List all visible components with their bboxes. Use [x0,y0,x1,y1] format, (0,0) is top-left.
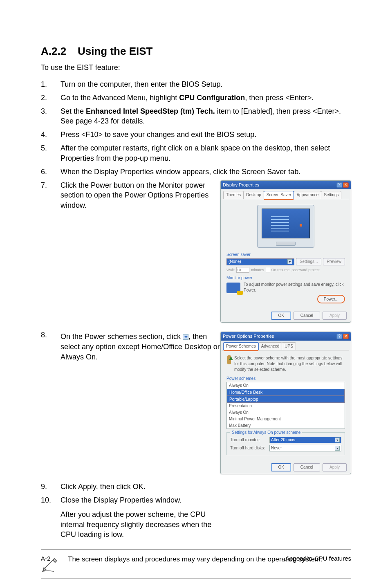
close-icon[interactable]: × [343,334,349,339]
dialog-titlebar: Display Properties ? × [221,181,351,189]
step-6: 6.When the Display Properties window app… [41,167,351,177]
step-8: 8. On the Power schemes section, click ,… [41,330,351,478]
footer-right: Appendix: CPU features [285,555,351,562]
step-2: 2.Go to the Advanced Menu, highlight CPU… [41,93,351,103]
power-schemes-label: Power schemes [226,376,345,382]
tab-appearance[interactable]: Appearance [294,191,321,199]
tab-power-schemes[interactable]: Power Schemes [223,342,259,350]
page-footer: A-2 Appendix: CPU features [41,555,351,562]
tab-themes[interactable]: Themes [223,191,244,199]
heading-title: Using the EIST [78,45,152,57]
chevron-down-icon: ▾ [335,446,340,451]
power-options-dialog: Power Options Properties ? × Power Schem… [220,332,351,474]
turn-off-hd-select[interactable]: Never▾ [269,445,341,451]
lead-text: To use the EIST feature: [41,63,351,72]
step-9: 9.Click Apply, then click OK. [41,482,351,492]
power-button[interactable]: Power... [317,295,345,304]
ok-button[interactable]: OK [271,463,291,471]
close-icon[interactable]: × [343,182,349,188]
heading-number: A.2.2 [41,45,78,58]
step-1: 1.Turn on the computer, then enter the B… [41,79,351,90]
step-3: 3.Set the Enhanced Intel SpeedStep (tm) … [41,106,351,127]
dialog-title: Display Properties [223,182,259,188]
step-10: 10. Close the Display Properties window.… [41,495,351,540]
chevron-down-icon: ▾ [335,438,340,442]
step-7: 7. Click the Power button on the Monitor… [41,180,351,327]
power-schemes-select[interactable]: Always On Home/Office Desk Portable/Lapt… [226,382,345,429]
ok-button[interactable]: OK [271,312,291,320]
tab-advanced[interactable]: Advanced [258,342,282,350]
resume-checkbox[interactable] [266,268,270,272]
tab-desktop[interactable]: Desktop [243,191,264,199]
tab-screensaver[interactable]: Screen Saver [264,191,294,199]
settings-button[interactable]: Settings... [296,258,321,265]
note-block: The screen displays and procedures may v… [41,550,351,579]
display-tabs: Themes Desktop Screen Saver Appearance S… [221,189,351,199]
chevron-down-icon: ▾ [287,259,292,264]
step-4: 4.Press <F10> to save your changes and e… [41,130,351,140]
scheme-settings-group: Settings for Always On power scheme Turn… [226,432,345,455]
dropdown-arrow-icon [183,334,188,340]
apply-button[interactable]: Apply [323,312,347,320]
wait-label: Wait: [226,267,235,273]
preview-button[interactable]: Preview [323,258,345,265]
monitor-power-icon [226,283,240,293]
dialog-title: Power Options Properties [223,333,274,339]
display-properties-dialog: Display Properties ? × Themes Desktop Sc… [220,180,351,323]
power-scheme-info: Select the power scheme with the most ap… [234,355,344,372]
power-scheme-icon [227,355,231,364]
step-5: 5.After the computer restarts, right cli… [41,143,351,164]
tab-ups[interactable]: UPS [282,342,296,350]
wait-input[interactable] [236,267,249,273]
footer-left: A-2 [41,555,50,562]
steps-list: 1.Turn on the computer, then enter the B… [41,79,351,540]
tab-settings[interactable]: Settings [321,191,341,199]
dialog-titlebar: Power Options Properties ? × [221,332,351,341]
screensaver-select[interactable]: (None) ▾ [226,258,294,265]
page: A.2.2Using the EIST To use the EIST feat… [0,0,390,588]
turn-off-monitor-select[interactable]: After 20 mins▾ [269,437,341,443]
screensaver-group-label: Screen saver [226,252,345,258]
help-icon[interactable]: ? [336,182,342,188]
cancel-button[interactable]: Cancel [294,312,320,320]
apply-button[interactable]: Apply [323,463,347,471]
monitor-power-text: To adjust monitor power settings and sav… [244,282,345,293]
section-heading: A.2.2Using the EIST [41,45,351,58]
power-tabs: Power Schemes Advanced UPS [221,341,351,350]
monitor-power-label: Monitor power [226,275,345,281]
monitor-preview [257,205,314,248]
help-icon[interactable]: ? [336,334,342,339]
cancel-button[interactable]: Cancel [294,463,320,471]
